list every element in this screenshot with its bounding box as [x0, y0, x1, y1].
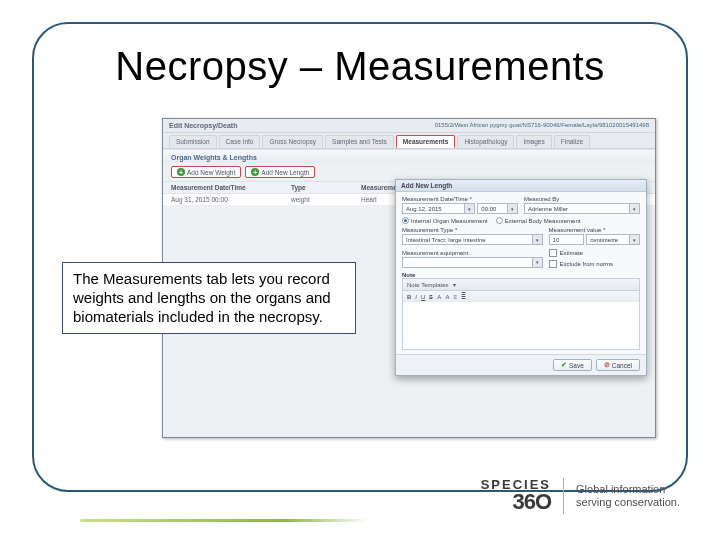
window-title: Edit Necropsy/Death: [169, 122, 237, 129]
dialog-body: Measurement Date/Time * Aug 12, 2015 ▾ 0…: [396, 192, 646, 354]
tab-histopathology[interactable]: Histopathology: [457, 135, 514, 148]
measurement-scope-radios: Internal Organ Measurement External Body…: [402, 217, 640, 224]
chevron-down-icon[interactable]: ▾: [532, 235, 542, 244]
measured-by-field[interactable]: Adrienne Miller ▾: [524, 203, 640, 214]
note-templates-bar[interactable]: Note Templates ▾: [402, 278, 640, 291]
chevron-down-icon[interactable]: ▾: [629, 235, 639, 244]
cancel-button[interactable]: ⊘ Cancel: [596, 359, 640, 371]
add-new-length-button[interactable]: + Add New Length: [245, 166, 315, 178]
accent-bar: [80, 519, 370, 522]
record-path: 0155/2/West African pygmy goat/NS716-900…: [435, 122, 649, 129]
brand-tagline: Global information serving conservation.: [576, 483, 680, 509]
note-templates-label: Note Templates: [407, 282, 449, 288]
brand-separator: [563, 478, 564, 514]
time-value: 00:00: [481, 206, 496, 212]
col-type: Type: [291, 184, 361, 191]
tab-finalize[interactable]: Finalize: [554, 135, 590, 148]
value-number: 10: [553, 237, 560, 243]
plus-icon: +: [251, 168, 259, 176]
note-textarea[interactable]: [402, 302, 640, 350]
radio-internal-label: Internal Organ Measurement: [411, 218, 488, 224]
chevron-down-icon[interactable]: ▾: [532, 258, 542, 267]
exclude-checkbox[interactable]: Exclude from norms: [549, 260, 640, 268]
time-field[interactable]: 00:00 ▾: [477, 203, 518, 214]
italic-icon[interactable]: I: [415, 294, 417, 300]
strike-icon[interactable]: S̶: [429, 293, 433, 300]
checkbox-icon: [549, 249, 557, 257]
exclude-label: Exclude from norms: [560, 261, 613, 267]
radio-external[interactable]: External Body Measurement: [496, 217, 581, 224]
section-title: Organ Weights & Lengths: [163, 149, 655, 163]
value-label: Measurement value *: [549, 227, 640, 233]
measurement-type-field[interactable]: Intestinal Tract: large intestine ▾: [402, 234, 543, 245]
callout-box: The Measurements tab lets you record wei…: [62, 262, 356, 334]
tab-measurements[interactable]: Measurements: [396, 135, 456, 148]
brand-tag2: serving conservation.: [576, 496, 680, 509]
checkbox-icon: [549, 260, 557, 268]
type-label: Measurement Type *: [402, 227, 543, 233]
add-new-weight-button[interactable]: + Add New Weight: [171, 166, 241, 178]
highlight-icon[interactable]: A: [445, 294, 449, 300]
chevron-down-icon[interactable]: ▾: [629, 204, 639, 213]
save-label: Save: [569, 362, 584, 369]
value-unit: centimetre: [590, 237, 618, 243]
radio-icon: [496, 217, 503, 224]
add-new-length-dialog: Add New Length Measurement Date/Time * A…: [395, 179, 647, 376]
cell-type: weight: [291, 196, 361, 203]
bold-icon[interactable]: B: [407, 294, 411, 300]
save-button[interactable]: ✔ Save: [553, 359, 592, 371]
add-weight-label: Add New Weight: [187, 169, 235, 176]
brand-line2: 36O: [481, 492, 551, 513]
tab-images[interactable]: Images: [516, 135, 551, 148]
tab-gross-necropsy[interactable]: Gross Necropsy: [262, 135, 323, 148]
dialog-footer: ✔ Save ⊘ Cancel: [396, 354, 646, 375]
brand-block: SPECIES 36O Global information serving c…: [481, 478, 680, 514]
estimate-label: Estimate: [560, 250, 583, 256]
equipment-field[interactable]: ▾: [402, 257, 543, 268]
note-toolbar: B I U S̶ A A ≡ ≣: [402, 291, 640, 302]
type-value: Intestinal Tract: large intestine: [406, 237, 486, 243]
callout-text: The Measurements tab lets you record wei…: [73, 270, 331, 325]
col-date: Measurement Date/Time: [171, 184, 291, 191]
brand-logo: SPECIES 36O: [481, 479, 551, 512]
estimate-checkbox[interactable]: Estimate: [549, 249, 640, 257]
tab-samples-tests[interactable]: Samples and Tests: [325, 135, 394, 148]
underline-icon[interactable]: U: [421, 294, 425, 300]
measured-by-value: Adrienne Miller: [528, 206, 568, 212]
calendar-icon[interactable]: ▾: [464, 204, 474, 213]
radio-external-label: External Body Measurement: [505, 218, 581, 224]
tab-case-info[interactable]: Case Info: [219, 135, 261, 148]
dialog-title: Add New Length: [396, 180, 646, 192]
cancel-icon: ⊘: [604, 361, 610, 369]
slide-title: Necropsy – Measurements: [0, 44, 720, 89]
font-color-icon[interactable]: A: [437, 294, 441, 300]
cell-date: Aug 31, 2015 00:00: [171, 196, 291, 203]
measured-by-label: Measured By: [524, 196, 640, 202]
chevron-down-icon: ▾: [453, 281, 456, 288]
list-unordered-icon[interactable]: ≣: [461, 293, 466, 300]
date-field[interactable]: Aug 12, 2015 ▾: [402, 203, 475, 214]
tab-submission[interactable]: Submission: [169, 135, 217, 148]
measurement-unit-field[interactable]: centimetre ▾: [586, 234, 640, 245]
add-length-label: Add New Length: [261, 169, 309, 176]
tab-strip: Submission Case Info Gross Necropsy Samp…: [163, 133, 655, 149]
screenshot-header: Edit Necropsy/Death 0155/2/West African …: [163, 119, 655, 133]
equipment-label: Measurement equipment: [402, 250, 543, 256]
cancel-label: Cancel: [612, 362, 632, 369]
radio-icon: [402, 217, 409, 224]
measurement-value-field[interactable]: 10: [549, 234, 585, 245]
plus-icon: +: [177, 168, 185, 176]
chevron-down-icon[interactable]: ▾: [507, 204, 517, 213]
save-icon: ✔: [561, 361, 567, 369]
date-label: Measurement Date/Time *: [402, 196, 518, 202]
list-ordered-icon[interactable]: ≡: [453, 294, 457, 300]
radio-internal[interactable]: Internal Organ Measurement: [402, 217, 488, 224]
date-value: Aug 12, 2015: [406, 206, 442, 212]
brand-tag1: Global information: [576, 483, 680, 496]
